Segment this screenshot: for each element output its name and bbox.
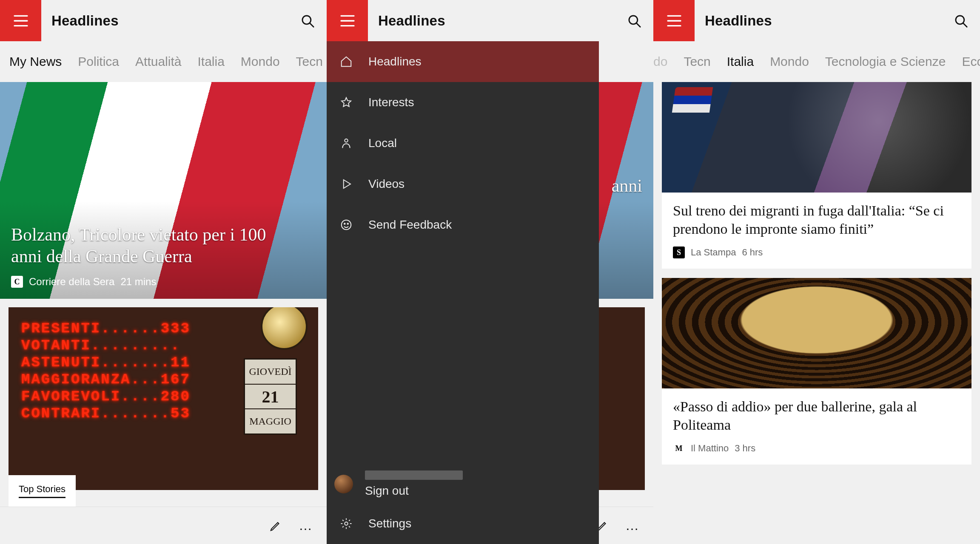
clock-decor (261, 307, 308, 350)
card-age: 3 hrs (735, 443, 755, 454)
svg-point-5 (342, 220, 351, 230)
svg-line-1 (310, 23, 314, 27)
tab-tecn[interactable]: Tecn (684, 54, 710, 69)
more-button[interactable]: … (625, 518, 641, 533)
top-stories-label: Top Stories (19, 484, 66, 498)
svg-point-4 (345, 139, 348, 142)
card-list: Sul treno dei migranti in fuga dall'Ital… (653, 82, 980, 465)
tab-economia[interactable]: Economia (962, 54, 980, 69)
hamburger-button[interactable] (653, 0, 695, 41)
svg-point-8 (345, 522, 348, 525)
calendar-dow: GIOVEDÌ (245, 360, 296, 385)
hero-article[interactable]: Bolzano, Tricolore vietato per i 100 ann… (0, 82, 327, 299)
nav-label: Local (368, 136, 397, 150)
nav-videos[interactable]: Videos (327, 164, 599, 204)
calendar-card: GIOVEDÌ 21 MAGGIO (244, 358, 297, 435)
panel-left: Headlines My News Politica Attualità Ita… (0, 0, 327, 544)
home-icon (339, 55, 354, 68)
app-title: Headlines (695, 13, 942, 29)
app-title: Headlines (41, 13, 288, 29)
hero-title: Bolzano, Tricolore vietato per i 100 ann… (11, 224, 291, 267)
vote-board-text: PRESENTI......333 VOTANTI......... ASTEN… (21, 320, 191, 422)
app-title: Headlines (368, 13, 615, 29)
tab-italia[interactable]: Italia (727, 54, 754, 69)
svg-point-6 (344, 223, 345, 224)
card-image (662, 278, 971, 388)
calendar-month: MAGGIO (245, 409, 296, 434)
source-icon: C (11, 276, 23, 288)
hamburger-button[interactable] (0, 0, 41, 41)
nav-label: Videos (368, 177, 405, 191)
svg-point-7 (348, 223, 349, 224)
tab-my-news[interactable]: My News (9, 54, 62, 69)
bottom-bar: … (0, 507, 327, 544)
tab-strip: My News Politica Attualità Italia Mondo … (0, 41, 327, 82)
more-button[interactable]: … (299, 518, 314, 533)
user-name-redacted (365, 470, 463, 480)
nav-label: Headlines (368, 55, 422, 68)
nav-label: Send Feedback (368, 218, 452, 232)
top-bar: Headlines (653, 0, 980, 41)
gear-icon (339, 517, 354, 530)
top-bar: Headlines (327, 0, 653, 41)
hero-meta: C Corriere della Sera 21 mins (11, 276, 316, 288)
nav-label: Settings (368, 517, 411, 530)
star-icon (339, 96, 354, 109)
svg-line-10 (963, 23, 967, 27)
nav-headlines[interactable]: Headlines (327, 41, 599, 82)
search-icon (954, 14, 968, 28)
card-source: Il Mattino (691, 443, 729, 454)
news-card[interactable]: «Passo di addio» per due ballerine, gala… (662, 278, 971, 465)
play-icon (339, 178, 354, 190)
tab-politica[interactable]: Politica (78, 54, 119, 69)
nav-user-row[interactable]: Sign out (327, 465, 599, 503)
avatar (334, 475, 353, 493)
top-stories-chip[interactable]: Top Stories (9, 475, 76, 507)
card-source: La Stampa (691, 247, 736, 258)
tab-attualita[interactable]: Attualità (135, 54, 181, 69)
nav-local[interactable]: Local (327, 123, 599, 164)
nav-interests[interactable]: Interests (327, 82, 599, 123)
search-button[interactable] (942, 0, 980, 41)
pencil-icon (269, 519, 282, 532)
sign-out-link[interactable]: Sign out (365, 484, 463, 498)
hamburger-icon (666, 12, 683, 29)
hero-age: 21 mins (120, 276, 156, 288)
card-title: «Passo di addio» per due ballerine, gala… (673, 398, 960, 434)
tab-mondo[interactable]: Mondo (241, 54, 280, 69)
svg-line-3 (637, 23, 641, 27)
tab-strip: do Tecn Italia Mondo Tecnologia e Scienz… (653, 41, 980, 82)
tab-fragment: do (653, 54, 667, 69)
card-title: Sul treno dei migranti in fuga dall'Ital… (673, 202, 960, 238)
hero-source: Corriere della Sera (29, 276, 114, 288)
article-vote-board[interactable]: PRESENTI......333 VOTANTI......... ASTEN… (9, 307, 318, 490)
local-icon (339, 137, 354, 150)
search-button[interactable] (615, 0, 653, 41)
edit-button[interactable] (267, 517, 284, 534)
card-age: 6 hrs (742, 247, 763, 258)
search-button[interactable] (288, 0, 327, 41)
tab-mondo[interactable]: Mondo (770, 54, 809, 69)
nav-drawer: Headlines Interests Local Videos Send Fe… (327, 41, 599, 544)
hamburger-icon (12, 12, 29, 29)
nav-label: Interests (368, 96, 414, 109)
source-icon: S (673, 246, 685, 258)
card-meta: M Il Mattino 3 hrs (673, 442, 960, 454)
calendar-day: 21 (245, 385, 296, 410)
panel-right: Headlines do Tecn Italia Mondo Tecnologi… (653, 0, 980, 544)
search-icon (627, 14, 641, 28)
tab-italia[interactable]: Italia (197, 54, 224, 69)
source-icon: M (673, 442, 685, 454)
top-bar: Headlines (0, 0, 327, 41)
hamburger-button[interactable] (327, 0, 368, 41)
news-card[interactable]: Sul treno dei migranti in fuga dall'Ital… (662, 82, 971, 269)
nav-settings[interactable]: Settings (327, 503, 599, 544)
panel-middle: Headlines anni Headlines Interests Local (327, 0, 653, 544)
card-image (662, 82, 971, 193)
card-meta: S La Stampa 6 hrs (673, 246, 960, 258)
nav-feedback[interactable]: Send Feedback (327, 204, 599, 245)
tab-tecnologia-scienze[interactable]: Tecnologia e Scienze (825, 54, 946, 69)
smile-icon (339, 218, 354, 231)
tab-tecn[interactable]: Tecn (296, 54, 323, 69)
hamburger-icon (339, 12, 356, 29)
